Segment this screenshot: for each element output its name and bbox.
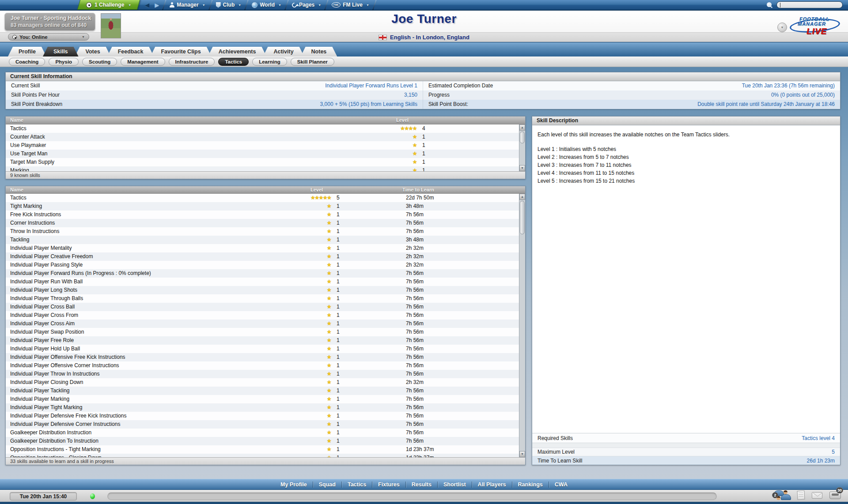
learnable-skill-row[interactable]: Individual Player Forward Runs (In Progr…: [6, 269, 525, 278]
known-skill-row[interactable]: Target Man Supply★1: [6, 158, 525, 166]
menu-world[interactable]: World ▼: [252, 2, 281, 8]
learnable-skill-row[interactable]: Individual Player Offensive Free Kick In…: [6, 353, 525, 361]
learnable-skill-row[interactable]: Individual Player Tackling★17h 56m: [6, 387, 525, 395]
profile-shortcut[interactable]: [781, 490, 790, 502]
learnable-skill-row[interactable]: Corner Instructions★17h 56m: [6, 219, 525, 227]
learnable-skill-row[interactable]: Individual Player Run With Ball★17h 56m: [6, 278, 525, 286]
known-skills-scrollbar[interactable]: ▲ ▼: [519, 124, 525, 171]
learnable-skill-row[interactable]: Tackling★13h 48m: [6, 236, 525, 244]
current-skill-link[interactable]: Individual Player Forward Runs Level 1: [325, 81, 417, 90]
learnable-skill-row[interactable]: Individual Player Passing Style★12h 32m: [6, 261, 525, 269]
tab-activity[interactable]: Activity: [263, 47, 304, 56]
tab-profile[interactable]: Profile: [8, 47, 46, 56]
tab-skill-planner[interactable]: Skill Planner: [291, 58, 334, 66]
learnable-skill-row[interactable]: Tactics★★★★★522d 7h 50m: [6, 194, 525, 202]
scroll-down-icon[interactable]: ▼: [519, 165, 525, 171]
tab-management[interactable]: Management: [121, 58, 165, 66]
learnable-skill-row[interactable]: Individual Player Tight Marking★17h 56m: [6, 403, 525, 412]
online-status-dropdown[interactable]: You: Online ▼: [8, 33, 89, 41]
column-header-name[interactable]: Name: [6, 186, 310, 193]
menu-manager[interactable]: Manager ▼: [170, 2, 205, 8]
tab-infrastructure[interactable]: Infrastructure: [169, 58, 215, 66]
learnable-skill-row[interactable]: Individual Player Free Role★17h 56m: [6, 336, 525, 345]
learnable-skill-row[interactable]: Individual Player Cross Aim★17h 56m: [6, 320, 525, 328]
scrollbar-thumb[interactable]: [520, 132, 525, 143]
learnable-skill-row[interactable]: Throw In Instructions★17h 56m: [6, 227, 525, 236]
scrollbar-thumb[interactable]: [520, 201, 525, 234]
inbox-shortcut[interactable]: 30: [829, 492, 841, 501]
back-button[interactable]: ◀: [145, 2, 149, 8]
learnable-skill-row[interactable]: Individual Player Closing Down★12h 32m: [6, 378, 525, 387]
menu-club[interactable]: Club ▼: [216, 2, 242, 8]
nav-results[interactable]: Results: [406, 481, 437, 488]
search-input[interactable]: [776, 1, 843, 8]
tab-physio[interactable]: Physio: [49, 58, 79, 66]
tab-notes[interactable]: Notes: [301, 47, 337, 56]
learnable-skill-row[interactable]: Individual Player Cross Ball★17h 56m: [6, 303, 525, 311]
known-skill-row[interactable]: Use Playmaker★1: [6, 141, 525, 150]
scrollbar-track[interactable]: [520, 131, 525, 165]
news-shortcut[interactable]: [797, 491, 805, 501]
menu-pages[interactable]: Pages ▼: [292, 2, 321, 8]
tab-coaching[interactable]: Coaching: [9, 58, 45, 66]
tab-favourite-clips[interactable]: Favourite Clips: [150, 47, 211, 56]
learnable-skill-row[interactable]: Individual Player Defensive Free Kick In…: [6, 412, 525, 420]
nav-my-profile[interactable]: My Profile: [275, 481, 313, 488]
scrollbar-track[interactable]: [520, 200, 525, 451]
nav-cwa[interactable]: CWA: [549, 481, 573, 488]
learnable-skill-row[interactable]: Individual Player Long Shots★17h 56m: [6, 286, 525, 294]
star-rating-icon: ★: [310, 244, 331, 252]
skill-level: ★1: [310, 395, 402, 403]
learnable-skill-row[interactable]: Individual Player Marking★17h 56m: [6, 395, 525, 403]
tab-feedback[interactable]: Feedback: [107, 47, 154, 56]
tab-achievements[interactable]: Achievements: [208, 47, 267, 56]
nav-tactics[interactable]: Tactics: [342, 481, 372, 488]
nav-fixtures[interactable]: Fixtures: [372, 481, 405, 488]
tab-skills[interactable]: Skills: [43, 47, 79, 56]
forward-button[interactable]: ▶: [155, 2, 159, 8]
learnable-skill-row[interactable]: Individual Player Hold Up Ball★17h 56m: [6, 345, 525, 353]
scroll-down-icon[interactable]: ▼: [519, 451, 525, 457]
nav-rankings[interactable]: Rankings: [512, 481, 549, 488]
known-skill-row[interactable]: Tactics★★★★4: [6, 124, 525, 133]
learnable-skill-row[interactable]: Tight Marking★13h 48m: [6, 202, 525, 211]
learnable-skill-row[interactable]: Opposition Instructions - Closing Down★1…: [6, 454, 525, 457]
learnable-skill-row[interactable]: Free Kick Instructions★17h 56m: [6, 211, 525, 219]
learnable-skill-row[interactable]: Individual Player Swap Position★17h 56m: [6, 328, 525, 336]
known-skill-row[interactable]: Counter Attack★1: [6, 133, 525, 141]
learnable-skill-row[interactable]: Individual Player Defensive Corner Instr…: [6, 420, 525, 429]
learnable-skill-row[interactable]: Individual Player Mentality★12h 32m: [6, 244, 525, 252]
nav-all-players[interactable]: All Players: [472, 481, 512, 488]
nav-squad[interactable]: Squad: [313, 481, 341, 488]
learnable-skill-row[interactable]: Individual Player Throw In Instructions★…: [6, 370, 525, 378]
nav-shortlist[interactable]: Shortlist: [438, 481, 472, 488]
scroll-up-icon[interactable]: ▲: [519, 194, 525, 200]
tab-tactics[interactable]: Tactics: [218, 58, 249, 66]
learnable-skill-row[interactable]: Goalkeeper Distribution Instruction★17h …: [6, 429, 525, 437]
tab-scouting[interactable]: Scouting: [82, 58, 117, 66]
menu-fm-live[interactable]: FML FM Live ▼: [332, 2, 369, 8]
learnable-skill-row[interactable]: Opposition Instructions - Tight Marking★…: [6, 445, 525, 454]
known-skill-row[interactable]: Use Target Man★1: [6, 150, 525, 158]
column-header-name[interactable]: Name: [6, 117, 396, 124]
learnable-skill-row[interactable]: Individual Player Creative Freedom★12h 3…: [6, 252, 525, 261]
learnable-skills-scrollbar[interactable]: ▲ ▼: [519, 194, 525, 457]
column-header-level[interactable]: Level: [396, 117, 525, 124]
scroll-up-icon[interactable]: ▲: [519, 124, 525, 131]
dropdown-circle-button[interactable]: ▼: [777, 23, 787, 32]
tab-learning[interactable]: Learning: [252, 58, 287, 66]
challenge-tab[interactable]: 1 Challenge ▼: [77, 0, 140, 10]
learnable-skill-row[interactable]: Individual Player Cross From★17h 56m: [6, 311, 525, 320]
game-datetime-button[interactable]: Tue 20th Jan 15:40: [10, 492, 77, 500]
star-rating-icon: ★: [310, 219, 331, 227]
column-header-level[interactable]: Level: [310, 186, 402, 193]
tab-votes[interactable]: Votes: [75, 47, 111, 56]
learnable-skill-row[interactable]: Individual Player Offensive Corner Instr…: [6, 361, 525, 370]
learnable-skill-row[interactable]: Individual Player Through Balls★17h 56m: [6, 294, 525, 303]
required-skills-link[interactable]: Tactics level 4: [802, 433, 835, 443]
search-icon[interactable]: [767, 2, 772, 8]
column-header-time[interactable]: Time to Learn: [402, 186, 525, 193]
mail-shortcut[interactable]: [812, 492, 822, 500]
known-skill-row[interactable]: Marking★1: [6, 166, 525, 171]
learnable-skill-row[interactable]: Goalkeeper Distribution To Instruction★1…: [6, 437, 525, 445]
